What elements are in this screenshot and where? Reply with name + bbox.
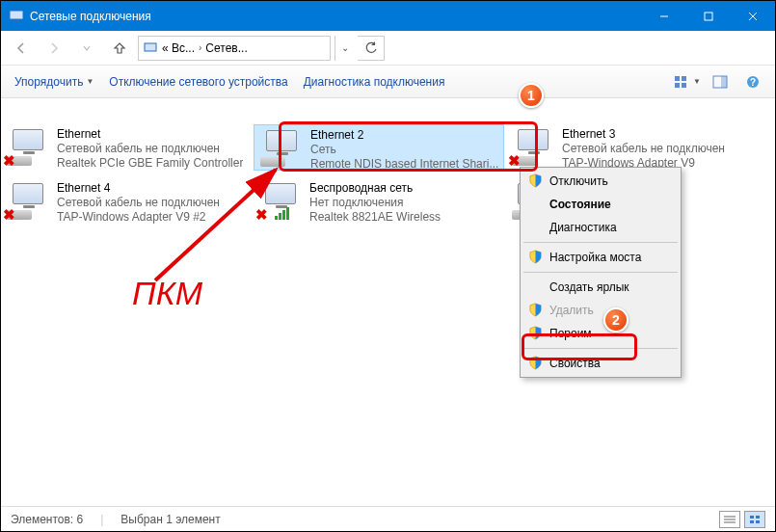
svg-rect-10 bbox=[682, 83, 686, 88]
up-button[interactable] bbox=[105, 35, 134, 62]
svg-rect-22 bbox=[756, 520, 760, 523]
menu-item[interactable]: Свойства bbox=[522, 352, 679, 375]
svg-rect-21 bbox=[750, 520, 754, 523]
minimize-button[interactable] bbox=[642, 1, 686, 31]
svg-text:?: ? bbox=[750, 77, 756, 88]
svg-rect-7 bbox=[675, 76, 680, 81]
disable-device-button[interactable]: Отключение сетевого устройства bbox=[103, 71, 293, 93]
recent-dropdown[interactable] bbox=[72, 35, 101, 62]
network-icon bbox=[143, 40, 158, 56]
close-button[interactable] bbox=[731, 1, 775, 31]
view-mode-buttons bbox=[719, 511, 765, 528]
annotation-label-pkm: ПКМ bbox=[132, 275, 202, 312]
menu-item-label: Настройка моста bbox=[549, 251, 641, 264]
connection-item[interactable]: ✖Ethernet 4Сетевой кабель не подключенTA… bbox=[1, 178, 252, 225]
connection-text: Беспроводная сетьНет подключенияRealtek … bbox=[309, 181, 441, 225]
adapter-icon: ✖ bbox=[510, 127, 556, 168]
connection-item[interactable]: Ethernet 2СетьRemote NDIS based Internet… bbox=[254, 124, 504, 171]
shield-icon bbox=[528, 250, 543, 264]
shield-icon bbox=[528, 303, 543, 317]
details-view-button[interactable] bbox=[719, 511, 740, 528]
menu-item-label: Отключить bbox=[549, 174, 608, 188]
menu-item-label: Удалить bbox=[549, 304, 594, 317]
annotation-badge-1: 1 bbox=[519, 83, 544, 108]
icons-view-button[interactable] bbox=[744, 511, 765, 528]
menu-item: Удалить bbox=[522, 299, 679, 322]
back-button[interactable] bbox=[7, 35, 36, 62]
connection-item[interactable]: ✖Ethernet 3Сетевой кабель не подключенTA… bbox=[506, 124, 757, 171]
dropdown-triangle-icon: ▼ bbox=[86, 77, 94, 86]
connection-device: Realtek PCIe GBE Family Controller bbox=[57, 156, 243, 171]
window-buttons bbox=[642, 1, 775, 31]
connection-item[interactable]: ✖Беспроводная сетьНет подключенияRealtek… bbox=[254, 178, 504, 225]
status-count: Элементов: 6 bbox=[11, 513, 83, 526]
connection-name: Ethernet 3 bbox=[562, 127, 725, 142]
dropdown-triangle-icon: ▼ bbox=[693, 77, 701, 86]
connection-name: Ethernet 2 bbox=[310, 128, 498, 143]
menu-item[interactable]: Отключить bbox=[522, 170, 679, 193]
adapter-icon bbox=[258, 128, 305, 169]
preview-pane-button[interactable] bbox=[706, 70, 735, 93]
svg-rect-12 bbox=[721, 76, 727, 88]
breadcrumb-dropdown[interactable]: ⌄ bbox=[334, 36, 354, 61]
diagnose-button[interactable]: Диагностика подключения bbox=[298, 71, 451, 93]
svg-rect-0 bbox=[10, 11, 23, 19]
disable-label: Отключение сетевого устройства bbox=[109, 75, 287, 89]
connection-text: EthernetСетевой кабель не подключенRealt… bbox=[57, 127, 243, 171]
connection-status: Сетевой кабель не подключен bbox=[57, 196, 220, 210]
breadcrumb-seg2[interactable]: Сетев... bbox=[205, 41, 247, 55]
forward-button[interactable] bbox=[40, 35, 68, 62]
shield-icon bbox=[528, 173, 543, 188]
connection-text: Ethernet 3Сетевой кабель не подключенTAP… bbox=[562, 127, 725, 171]
breadcrumb-seg1[interactable]: « Вс... bbox=[162, 41, 195, 55]
connection-status: Сеть bbox=[310, 143, 498, 157]
adapter-icon: ✖ bbox=[5, 181, 51, 222]
connection-status: Нет подключения bbox=[309, 196, 441, 210]
menu-item-label: Состояние bbox=[549, 198, 611, 211]
connection-device: Remote NDIS based Internet Shari... bbox=[310, 157, 498, 172]
context-menu: ОтключитьСостояниеДиагностикаНастройка м… bbox=[520, 167, 682, 378]
connection-status: Сетевой кабель не подключен bbox=[562, 142, 725, 156]
connection-name: Беспроводная сеть bbox=[309, 181, 441, 196]
diagnose-label: Диагностика подключения bbox=[304, 75, 445, 89]
breadcrumb[interactable]: « Вс... › Сетев... bbox=[138, 36, 331, 61]
menu-item[interactable]: Диагностика bbox=[522, 216, 679, 239]
shield-icon bbox=[528, 356, 543, 370]
svg-rect-20 bbox=[756, 516, 760, 519]
menu-item[interactable]: Настройка моста bbox=[522, 246, 679, 269]
refresh-button[interactable] bbox=[358, 36, 385, 61]
connection-name: Ethernet 4 bbox=[57, 181, 220, 196]
organize-label: Упорядочить bbox=[14, 75, 83, 89]
window-title: Сетевые подключения bbox=[30, 10, 642, 23]
svg-rect-9 bbox=[675, 83, 680, 88]
chevron-right-icon: › bbox=[199, 42, 201, 53]
menu-item[interactable]: Создать ярлык bbox=[522, 276, 679, 299]
shield-icon bbox=[528, 326, 543, 340]
svg-rect-6 bbox=[145, 43, 156, 51]
menu-separator bbox=[523, 242, 678, 243]
connection-text: Ethernet 4Сетевой кабель не подключенTAP… bbox=[57, 181, 220, 225]
view-options-button[interactable]: ▼ bbox=[673, 70, 702, 93]
connection-status: Сетевой кабель не подключен bbox=[57, 142, 243, 156]
connection-name: Ethernet bbox=[57, 127, 243, 142]
menu-separator bbox=[523, 272, 678, 273]
command-bar: Упорядочить▼ Отключение сетевого устройс… bbox=[1, 66, 775, 98]
titlebar: Сетевые подключения bbox=[1, 1, 775, 31]
status-bar: Элементов: 6 | Выбран 1 элемент bbox=[1, 506, 775, 531]
address-bar: « Вс... › Сетев... ⌄ bbox=[1, 31, 775, 66]
connection-text: Ethernet 2СетьRemote NDIS based Internet… bbox=[310, 128, 498, 172]
menu-item-label: Свойства bbox=[549, 357, 601, 370]
maximize-button[interactable] bbox=[686, 1, 731, 31]
menu-item[interactable]: Состояние bbox=[522, 193, 679, 216]
menu-item[interactable]: Переим bbox=[522, 322, 679, 345]
svg-rect-8 bbox=[682, 76, 686, 81]
connection-device: TAP-Windows Adapter V9 #2 bbox=[57, 210, 220, 225]
help-button[interactable]: ? bbox=[738, 70, 767, 93]
adapter-icon: ✖ bbox=[257, 181, 304, 222]
organize-menu[interactable]: Упорядочить▼ bbox=[9, 71, 99, 93]
connection-item[interactable]: ✖EthernetСетевой кабель не подключенReal… bbox=[1, 124, 252, 171]
annotation-badge-2: 2 bbox=[603, 307, 629, 332]
menu-item-label: Переим bbox=[549, 327, 592, 340]
svg-rect-1 bbox=[13, 20, 19, 22]
menu-item-label: Диагностика bbox=[549, 221, 617, 234]
